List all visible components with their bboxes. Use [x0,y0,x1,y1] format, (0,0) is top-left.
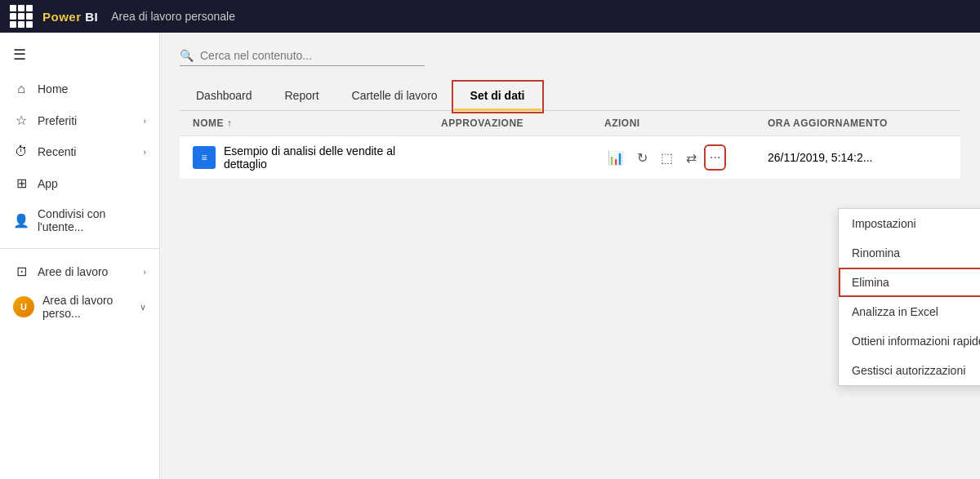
row-name-cell: ≡ Esempio di analisi delle vendite al de… [193,144,441,171]
tab-dashboard[interactable]: Dashboard [180,82,269,111]
row-actions: 📊 ↻ ⬚ ⇄ ··· [604,147,768,169]
tabs: Dashboard Report Cartelle di lavoro Set … [180,82,960,111]
menu-item-analizza[interactable]: Analizza in Excel [839,297,980,326]
avatar: U [13,296,34,317]
data-table: NOME ↑ APPROVAZIONE AZIONI ORA AGGIORNAM… [180,111,960,180]
sidebar-item-label: Area di lavoro perso... [42,294,131,320]
menu-item-elimina[interactable]: Elimina [839,268,980,297]
menu-item-rinomina[interactable]: Rinomina [839,238,980,268]
sidebar-item-app[interactable]: ⊞ App [0,167,159,199]
share-icon: 👤 [13,213,29,228]
chevron-right-icon: › [143,267,146,277]
hamburger-icon[interactable]: ☰ [0,39,159,70]
sidebar: ☰ ⌂ Home ☆ Preferiti › ⏱ Recenti › ⊞ App… [0,33,160,479]
sidebar-item-preferiti[interactable]: ☆ Preferiti › [0,104,159,136]
app-icon: ⊞ [13,175,29,191]
home-icon: ⌂ [13,82,29,96]
workspace-icon: ⊡ [13,264,29,279]
star-icon: ☆ [13,113,29,128]
dataset-icon: ≡ [193,146,216,169]
context-menu: Impostazioni Rinomina Elimina Analizza i… [838,208,980,386]
clock-icon: ⏱ [13,144,29,159]
tab-cartelle[interactable]: Cartelle di lavoro [336,82,454,111]
more-options-button[interactable]: ··· [706,147,724,168]
search-input[interactable] [200,49,412,62]
sidebar-item-recenti[interactable]: ⏱ Recenti › [0,136,159,167]
topbar: Power BI Area di lavoro personale [0,0,980,33]
workspace-title: Area di lavoro personale [111,10,235,23]
share-icon[interactable]: ⬚ [657,147,676,169]
chevron-right-icon: › [143,147,146,157]
tab-report[interactable]: Report [269,82,336,111]
analytics-icon[interactable]: 📊 [604,147,627,169]
sidebar-item-label: Preferiti [38,114,77,127]
search-bar[interactable]: 🔍 [180,49,425,66]
menu-item-ottieni[interactable]: Ottieni informazioni rapide [839,326,980,356]
row-ora: 26/11/2019, 5:14:2... [768,151,947,164]
connection-icon[interactable]: ⇄ [683,147,700,169]
sidebar-item-label: Condivisi con l'utente... [38,207,146,233]
sidebar-item-area-personale[interactable]: U Area di lavoro perso... ∨ [0,287,159,326]
sidebar-item-aree-lavoro[interactable]: ⊡ Aree di lavoro › [0,255,159,287]
tab-set-dati[interactable]: Set di dati [454,82,541,111]
table-row: ≡ Esempio di analisi delle vendite al de… [180,136,960,180]
sidebar-item-label: Home [38,82,68,95]
col-ora: ORA AGGIORNAMENTO [768,118,947,129]
sidebar-item-label: App [38,177,58,190]
sidebar-item-label: Aree di lavoro [38,265,108,278]
col-azioni: AZIONI [604,118,768,129]
sidebar-divider [0,248,159,249]
sidebar-item-condivisi[interactable]: 👤 Condivisi con l'utente... [0,199,159,242]
main-content: 🔍 Dashboard Report Cartelle di lavoro Se… [160,33,980,479]
col-nome: NOME ↑ [193,118,441,129]
apps-grid-icon[interactable] [10,5,33,28]
app-logo: Power BI [42,10,98,24]
sidebar-item-label: Recenti [38,145,76,158]
menu-item-gestisci[interactable]: Gestisci autorizzazioni [839,356,980,385]
dataset-name: Esempio di analisi delle vendite al dett… [224,144,441,171]
search-icon: 🔍 [180,49,194,62]
sidebar-item-home[interactable]: ⌂ Home [0,73,159,104]
menu-item-impostazioni[interactable]: Impostazioni [839,209,980,238]
table-header: NOME ↑ APPROVAZIONE AZIONI ORA AGGIORNAM… [180,111,960,136]
layout: ☰ ⌂ Home ☆ Preferiti › ⏱ Recenti › ⊞ App… [0,33,980,479]
chevron-down-icon: ∨ [140,302,146,313]
chevron-right-icon: › [143,116,146,126]
refresh-icon[interactable]: ↻ [634,147,651,169]
col-approvazione: APPROVAZIONE [441,118,604,129]
